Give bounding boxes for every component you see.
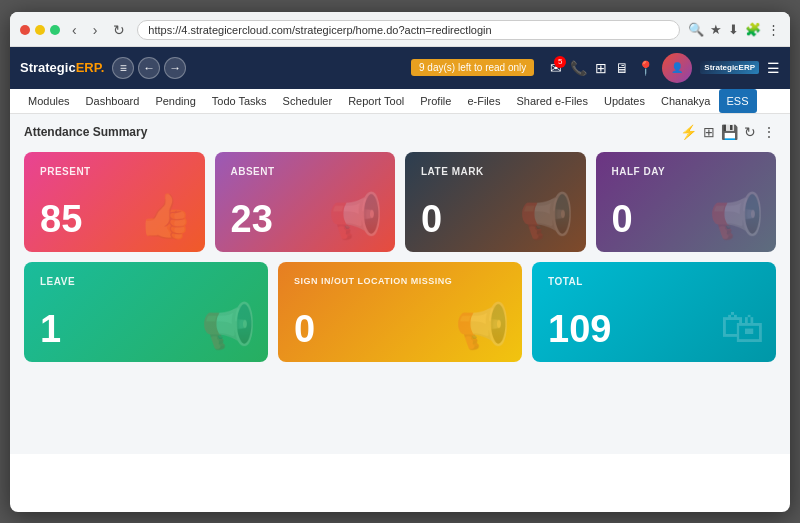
nav-scheduler[interactable]: Scheduler <box>275 89 341 113</box>
present-icon: 👍 <box>138 190 193 242</box>
card-half-day[interactable]: HALF DAY 0 📢 <box>596 152 777 252</box>
late-icon: 📢 <box>519 190 574 242</box>
header-forward-button[interactable]: → <box>164 57 186 79</box>
card-late-mark[interactable]: LATE MARK 0 📢 <box>405 152 586 252</box>
columns-icon[interactable]: ⊞ <box>703 124 715 140</box>
nav-bar: Modules Dashboard Pending Todo Tasks Sch… <box>10 89 790 114</box>
forward-button[interactable]: › <box>89 20 102 40</box>
menu-icon[interactable]: ⋮ <box>767 22 780 37</box>
card-present[interactable]: PRESENT 85 👍 <box>24 152 205 252</box>
read-only-badge: 9 day(s) left to read only <box>411 59 534 76</box>
minimize-dot[interactable] <box>35 25 45 35</box>
maximize-dot[interactable] <box>50 25 60 35</box>
nav-updates[interactable]: Updates <box>596 89 653 113</box>
refresh-icon[interactable]: ↻ <box>744 124 756 140</box>
browser-chrome: ‹ › ↻ https://4.strategicercloud.com/str… <box>10 12 790 47</box>
leave-icon: 📢 <box>201 300 256 352</box>
url-text: https://4.strategicercloud.com/strategic… <box>148 24 491 36</box>
halfday-icon: 📢 <box>709 190 764 242</box>
signin-icon: 📢 <box>455 300 510 352</box>
section-tools: ⚡ ⊞ 💾 ↻ ⋮ <box>680 124 776 140</box>
location-icon[interactable]: 📍 <box>637 60 654 76</box>
present-label: PRESENT <box>40 166 189 177</box>
avatar[interactable]: 👤 <box>662 53 692 83</box>
phone-icon[interactable]: 📞 <box>570 60 587 76</box>
card-absent[interactable]: ABSENT 23 📢 <box>215 152 396 252</box>
download-icon[interactable]: ⬇ <box>728 22 739 37</box>
nav-todo[interactable]: Todo Tasks <box>204 89 275 113</box>
signin-label: SIGN IN/OUT LOCATION MISSING <box>294 276 506 286</box>
total-label: TOTAL <box>548 276 760 287</box>
nav-shared-efiles[interactable]: Shared e-Files <box>508 89 596 113</box>
browser-window: ‹ › ↻ https://4.strategicercloud.com/str… <box>10 12 790 512</box>
menu-button[interactable]: ≡ <box>112 57 134 79</box>
nav-modules[interactable]: Modules <box>20 89 78 113</box>
export-icon[interactable]: 💾 <box>721 124 738 140</box>
leave-label: LEAVE <box>40 276 252 287</box>
bookmark-icon[interactable]: ★ <box>710 22 722 37</box>
mail-icon[interactable]: ✉ 5 <box>550 60 562 76</box>
absent-label: ABSENT <box>231 166 380 177</box>
nav-chanakya[interactable]: Chanakya <box>653 89 719 113</box>
header-nav-buttons: ≡ ← → <box>112 57 186 79</box>
card-leave[interactable]: LEAVE 1 📢 <box>24 262 268 362</box>
section-title: Attendance Summary <box>24 125 147 139</box>
nav-dashboard[interactable]: Dashboard <box>78 89 148 113</box>
search-icon[interactable]: 🔍 <box>688 22 704 37</box>
card-total[interactable]: TOTAL 109 🛍 <box>532 262 776 362</box>
card-signin-location[interactable]: SIGN IN/OUT LOCATION MISSING 0 📢 <box>278 262 522 362</box>
mail-badge: 5 <box>554 56 566 68</box>
logo-area: StrategicERP. <box>20 60 104 75</box>
nav-pending[interactable]: Pending <box>147 89 203 113</box>
cards-row-2: LEAVE 1 📢 SIGN IN/OUT LOCATION MISSING 0… <box>24 262 776 362</box>
logo-text: StrategicERP. <box>20 60 104 75</box>
nav-ess[interactable]: ESS <box>719 89 757 113</box>
nav-efiles[interactable]: e-Files <box>459 89 508 113</box>
header-right: ✉ 5 📞 ⊞ 🖥 📍 👤 StrategicERP ☰ <box>550 53 780 83</box>
nav-profile[interactable]: Profile <box>412 89 459 113</box>
app-header: StrategicERP. ≡ ← → 9 day(s) left to rea… <box>10 47 790 89</box>
app-logo-small: StrategicERP <box>700 61 759 74</box>
browser-toolbar: 🔍 ★ ⬇ 🧩 ⋮ <box>688 22 780 37</box>
nav-report-tool[interactable]: Report Tool <box>340 89 412 113</box>
section-header: Attendance Summary ⚡ ⊞ 💾 ↻ ⋮ <box>24 124 776 140</box>
extension-icon[interactable]: 🧩 <box>745 22 761 37</box>
late-label: LATE MARK <box>421 166 570 177</box>
content-area: Attendance Summary ⚡ ⊞ 💾 ↻ ⋮ PRESENT 85 … <box>10 114 790 454</box>
total-icon: 🛍 <box>720 302 764 352</box>
close-dot[interactable] <box>20 25 30 35</box>
cards-row-1: PRESENT 85 👍 ABSENT 23 📢 LATE MARK 0 📢 H… <box>24 152 776 252</box>
more-options-icon[interactable]: ⋮ <box>762 124 776 140</box>
address-bar[interactable]: https://4.strategicercloud.com/strategic… <box>137 20 680 40</box>
monitor-icon[interactable]: 🖥 <box>615 60 629 76</box>
window-controls <box>20 25 60 35</box>
halfday-label: HALF DAY <box>612 166 761 177</box>
back-button[interactable]: ‹ <box>68 20 81 40</box>
hamburger-icon[interactable]: ☰ <box>767 60 780 76</box>
header-back-button[interactable]: ← <box>138 57 160 79</box>
reload-button[interactable]: ↻ <box>109 20 129 40</box>
filter-icon[interactable]: ⚡ <box>680 124 697 140</box>
absent-icon: 📢 <box>328 190 383 242</box>
grid-icon[interactable]: ⊞ <box>595 60 607 76</box>
